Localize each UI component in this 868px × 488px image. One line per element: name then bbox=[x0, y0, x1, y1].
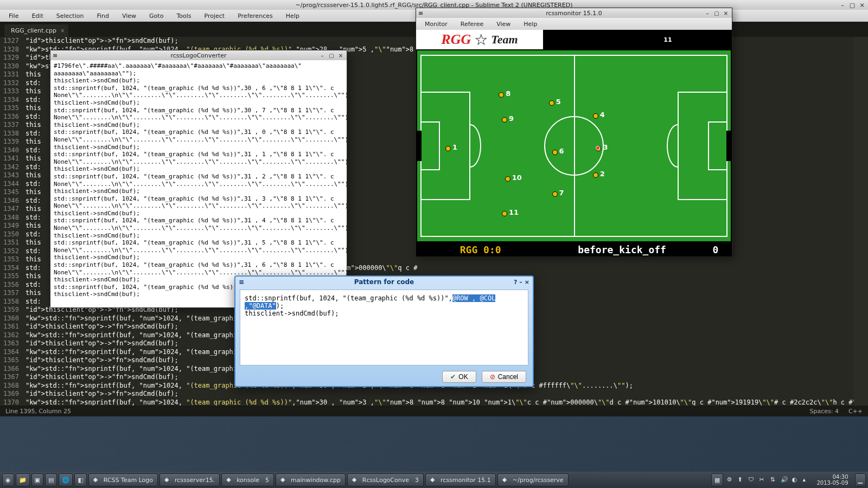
clock-date: 2013-05-09 bbox=[816, 480, 848, 486]
task-label: rcssserver15. bbox=[175, 477, 215, 484]
status-spaces[interactable]: Spaces: 4 bbox=[809, 408, 838, 415]
tray-icon[interactable]: ⚙ bbox=[726, 476, 734, 484]
player-11[interactable]: 11 bbox=[502, 211, 507, 216]
task-1[interactable]: ◆rcssserver15. bbox=[159, 473, 220, 486]
player-4[interactable]: 4 bbox=[593, 113, 598, 119]
minimap[interactable] bbox=[854, 37, 868, 406]
pattern-dialog: ≡ Pattern for code ? – × std::snprintf(b… bbox=[234, 275, 534, 387]
task-2[interactable]: ◆konsole5 bbox=[221, 473, 274, 486]
player-6[interactable]: 6 bbox=[552, 150, 558, 155]
logo-team: Team bbox=[491, 33, 518, 47]
window-menu-icon[interactable]: ≡ bbox=[418, 10, 423, 17]
app-icon: ◆ bbox=[280, 476, 288, 484]
monitor-menubar: MonitorRefereeViewHelp bbox=[416, 18, 732, 30]
menu-find[interactable]: Find bbox=[91, 11, 114, 21]
tab-rgg-client[interactable]: RGG_client.cpp × bbox=[4, 24, 68, 37]
task-label: ~/prog/rcssserve bbox=[513, 477, 564, 484]
task-6[interactable]: ◆~/prog/rcssserve bbox=[497, 473, 569, 486]
star-icon: ☆ bbox=[474, 31, 488, 49]
status-lang[interactable]: C++ bbox=[848, 408, 863, 415]
logoconv-output[interactable]: #1796fe\".#####aa\".aaaaaaa\"#aaaaaaa\"#… bbox=[50, 60, 347, 307]
pattern-line1-post: ); bbox=[276, 302, 284, 310]
tray-icon[interactable]: ◐ bbox=[792, 476, 799, 484]
maximize-icon[interactable]: ▢ bbox=[713, 9, 720, 17]
player-number: 6 bbox=[559, 147, 564, 155]
launcher-editor[interactable]: ▤ bbox=[45, 473, 57, 486]
start-button[interactable]: ◉ bbox=[2, 473, 14, 486]
player-number: 10 bbox=[512, 174, 522, 182]
tray-icon[interactable]: ⇅ bbox=[770, 476, 777, 484]
minimize-icon[interactable]: – bbox=[704, 9, 711, 17]
minimize-icon[interactable]: – bbox=[839, 1, 846, 9]
help-icon[interactable]: ? bbox=[514, 279, 517, 286]
menu-file[interactable]: File bbox=[3, 11, 24, 21]
menu-view[interactable]: View bbox=[117, 11, 142, 21]
menu-preferences[interactable]: Preferences bbox=[232, 11, 278, 21]
pattern-textarea[interactable]: std::snprintf(buf, 1024, "(team_graphic … bbox=[240, 290, 528, 365]
monitor-titlebar[interactable]: ≡ rcssmonitor 15.1.0 – ▢ × bbox=[416, 8, 732, 18]
launcher-terminal[interactable]: ▣ bbox=[31, 473, 43, 486]
tray-chevron-icon[interactable]: ▴ bbox=[802, 476, 810, 484]
menu-referee[interactable]: Referee bbox=[455, 20, 489, 29]
check-icon: ✔ bbox=[450, 373, 456, 381]
launcher-files[interactable]: 📁 bbox=[16, 473, 30, 486]
maximize-icon[interactable]: ▢ bbox=[848, 1, 856, 9]
task-5[interactable]: ◆rcssmonitor 15.1 bbox=[425, 473, 496, 486]
maximize-icon[interactable]: ▢ bbox=[328, 52, 335, 59]
dialog-title: Pattern for code bbox=[354, 278, 414, 286]
player-number: 3 bbox=[603, 143, 608, 151]
soccer-pitch[interactable]: 1891011567432 bbox=[417, 50, 731, 241]
app-icon: ◆ bbox=[352, 476, 360, 484]
line-gutter: 1327132813291330133113321333133413351336… bbox=[0, 37, 25, 406]
close-icon[interactable]: × bbox=[858, 1, 866, 9]
app-icon: ◆ bbox=[226, 476, 234, 484]
dialog-titlebar[interactable]: ≡ Pattern for code ? – × bbox=[235, 277, 533, 287]
dots-count: 11 bbox=[663, 36, 672, 43]
volume-icon[interactable]: 🔊 bbox=[781, 476, 788, 484]
menu-tools[interactable]: Tools bbox=[171, 11, 196, 21]
player-number: 11 bbox=[509, 208, 519, 216]
game-state: before_kick_off bbox=[545, 244, 699, 255]
pager[interactable]: ▦ bbox=[711, 473, 723, 486]
player-number: 8 bbox=[506, 89, 510, 98]
player-1[interactable]: 1 bbox=[445, 146, 451, 151]
player-number: 7 bbox=[559, 189, 564, 197]
system-tray: ▦ ⚙ ⬆ 🛡 ✂ ⇅ 🔊 ◐ ▴ 04:30 2013-05-09 ▁ bbox=[711, 473, 866, 486]
task-4[interactable]: ◆RcssLogoConve3 bbox=[347, 473, 424, 486]
launcher-app[interactable]: ◧ bbox=[74, 473, 86, 486]
task-0[interactable]: ◆RCSS Team Logo bbox=[88, 473, 158, 486]
cancel-button[interactable]: ⊘Cancel bbox=[482, 371, 526, 383]
minimize-icon[interactable]: – bbox=[318, 52, 326, 59]
logoconv-title: rcssLogoConverter bbox=[171, 52, 227, 59]
menu-monitor[interactable]: Monitor bbox=[419, 20, 453, 29]
cancel-icon: ⊘ bbox=[490, 373, 495, 381]
close-icon[interactable]: × bbox=[337, 52, 344, 59]
player-7[interactable]: 7 bbox=[552, 191, 558, 197]
launcher-browser[interactable]: 🌐 bbox=[59, 473, 73, 486]
menu-goto[interactable]: Goto bbox=[144, 11, 169, 21]
close-icon[interactable]: × bbox=[525, 279, 529, 286]
menu-help[interactable]: Help bbox=[280, 11, 305, 21]
menu-project[interactable]: Project bbox=[199, 11, 231, 21]
tray-icon[interactable]: 🛡 bbox=[748, 476, 756, 484]
tab-close-icon[interactable]: × bbox=[60, 27, 65, 34]
task-3[interactable]: ◆mainwindow.cpp bbox=[276, 473, 346, 486]
pattern-line2: thisclient->sndCmd(buf); bbox=[245, 310, 524, 317]
status-caret: Line 1395, Column 25 bbox=[5, 408, 71, 415]
window-menu-icon[interactable]: ≡ bbox=[239, 278, 244, 286]
player-5[interactable]: 5 bbox=[549, 100, 554, 106]
show-desktop[interactable]: ▁ bbox=[855, 473, 866, 486]
close-icon[interactable]: × bbox=[722, 9, 730, 17]
menu-help[interactable]: Help bbox=[518, 20, 542, 29]
minimize-icon[interactable]: – bbox=[519, 279, 522, 286]
logoconv-titlebar[interactable]: ≡ rcssLogoConverter – ▢ × bbox=[50, 50, 347, 60]
clock[interactable]: 04:30 2013-05-09 bbox=[813, 474, 851, 486]
window-menu-icon[interactable]: ≡ bbox=[53, 52, 58, 59]
menu-edit[interactable]: Edit bbox=[26, 11, 48, 21]
menu-selection[interactable]: Selection bbox=[51, 11, 90, 21]
tray-icon[interactable]: ✂ bbox=[759, 476, 767, 484]
tray-icon[interactable]: ⬆ bbox=[737, 476, 745, 484]
menu-view[interactable]: View bbox=[491, 20, 516, 29]
player-2[interactable]: 2 bbox=[593, 172, 598, 178]
ok-button[interactable]: ✔OK bbox=[442, 371, 476, 383]
